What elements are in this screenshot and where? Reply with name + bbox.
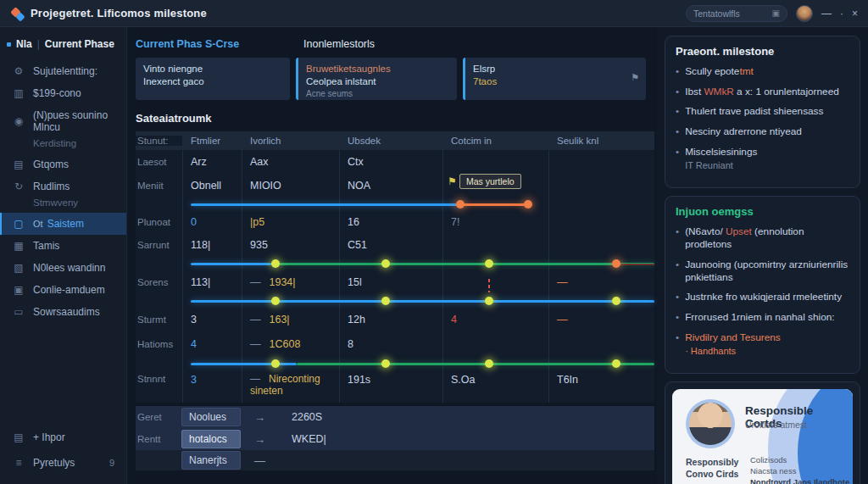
sidebar-item-prefix: Ot xyxy=(33,219,43,229)
document-icon: ▢ xyxy=(12,218,25,230)
responsible-details: Colizisods Niacsta ness Nondtovrd Jaos I… xyxy=(750,455,849,484)
milestone-dot[interactable] xyxy=(271,359,280,368)
table-row[interactable]: Laesot Arz Aax Ctx xyxy=(136,150,654,174)
cell: 3 xyxy=(182,374,242,386)
row-label: Meniit xyxy=(136,181,182,191)
column-header[interactable]: Seulik knl xyxy=(548,136,654,146)
progress-notes-card: Injuon oemgss •(N6avto/ Upset (ennolutio… xyxy=(665,196,860,374)
table-row[interactable]: Hatioms 4 —1C608 8 xyxy=(136,331,654,357)
milestone-dot[interactable] xyxy=(524,200,532,209)
responsible-left-label: Responsibly Convo Cirds xyxy=(686,457,745,480)
card-line: Inexenct gaco xyxy=(143,75,282,88)
tab-current-phase[interactable]: Current Phas S-Crse xyxy=(136,38,303,50)
row-label-header: Stunut: xyxy=(136,136,182,146)
minimize-button[interactable]: — xyxy=(821,8,832,19)
bullet-icon xyxy=(7,42,11,47)
list-item: •Thulert trave padist shieensass xyxy=(676,105,849,118)
stage-chip[interactable]: Nanerjts xyxy=(181,451,241,470)
sidebar-item-routines[interactable]: ↻ Rudlims xyxy=(0,175,126,197)
milestone-dot[interactable] xyxy=(612,297,620,305)
sidebar: Nla | Current Phase ⚙ Sujutelentting: ▥ … xyxy=(0,27,127,484)
column-header[interactable]: Ftmlier xyxy=(182,136,242,146)
sidebar-item-stages[interactable]: ▤ Gtqoms xyxy=(0,153,126,175)
milestone-dot[interactable] xyxy=(381,359,390,368)
refresh-icon: ↻ xyxy=(12,181,25,192)
column-header[interactable]: Ubsdek xyxy=(339,136,442,146)
milestone-dot[interactable] xyxy=(612,259,620,268)
sidebar-item-menu[interactable]: ◉ (N)pues sounino Mlncu xyxy=(0,104,126,138)
summary-card[interactable]: Vinto niengne Inexenct gaco xyxy=(136,58,290,100)
cell: 0 xyxy=(182,216,242,228)
card-line: Acne seums xyxy=(306,88,449,99)
card-title: Praeont. milestone xyxy=(676,45,849,58)
sidebar-item-label: $199-cono xyxy=(33,87,81,99)
window-menu-icon[interactable]: · xyxy=(840,8,843,19)
sidebar-item-label: + Ihpor xyxy=(33,431,65,443)
dash-icon: — xyxy=(242,454,292,467)
sidebar-item-teams[interactable]: ▦ Tamis xyxy=(0,235,126,257)
table-row[interactable]: Stnnnt 3 —Nireconting sineten 191s S.Oa … xyxy=(136,370,654,403)
table-row[interactable]: Rentt hotalocs → WKED| xyxy=(136,428,654,450)
row-label: Geret xyxy=(136,412,180,422)
summary-card[interactable]: Bruwetiketsaugnles Ceolpea inlstant Acne… xyxy=(296,58,457,100)
row-label: Laesot xyxy=(136,157,182,167)
user-avatar[interactable] xyxy=(796,5,813,22)
sidebar-item-sources[interactable]: ▭ Sowrsaaudims xyxy=(0,301,126,323)
sidebar-item-compendium[interactable]: ▣ Conlie-amduem xyxy=(0,279,126,301)
column-header[interactable]: Ivorlich xyxy=(242,136,339,146)
notification-badge: 9 xyxy=(109,458,120,468)
cell: 3 xyxy=(182,314,242,325)
cell: —1934| xyxy=(242,276,339,288)
card-line: Ceolpea inlstant xyxy=(306,75,449,88)
search-input[interactable]: Tentatowlfls ▣ xyxy=(686,5,787,22)
close-button[interactable]: × xyxy=(852,8,858,19)
table-row[interactable]: Meniit Obnell MIOIO NOA xyxy=(136,174,654,197)
cell: Ctx xyxy=(339,156,442,168)
sidebar-item-cost[interactable]: ▥ $199-cono xyxy=(0,82,126,104)
app-title: Projegetret. Lificomos milestone xyxy=(31,7,207,19)
milestone-dot[interactable] xyxy=(485,259,493,268)
responsible-subtitle: Uroitiste atmest xyxy=(745,420,807,430)
column-header[interactable]: Cotcim in xyxy=(442,136,548,146)
list-item: •Justrnke fro wukiqjeraid rmeleetinty xyxy=(676,291,849,303)
table-row[interactable]: Nanerjts — xyxy=(136,450,654,470)
tab-milestones[interactable]: Inonlemlestorls xyxy=(303,38,375,50)
search-value: Tentatowlfls xyxy=(693,8,740,19)
cell: WKED| xyxy=(292,433,654,445)
sidebar-section-label: Nla xyxy=(16,38,32,50)
milestone-dot[interactable] xyxy=(456,200,465,209)
cell: — xyxy=(548,276,654,288)
table-row[interactable]: Plunoat 0 |p5 16 7! xyxy=(136,211,654,233)
responsible-card[interactable]: Responsible Cortds Uroitiste atmest Resp… xyxy=(672,389,853,484)
cell: —163| xyxy=(242,314,339,325)
milestone-dot[interactable] xyxy=(612,359,620,368)
table-row[interactable]: Sarrunt 118| 935 C51 xyxy=(136,233,654,257)
cell: 191s xyxy=(339,374,442,386)
sidebar-item-label: Conlie-amduem xyxy=(33,284,105,296)
sidebar-footer-import[interactable]: ▤ + Ihpor xyxy=(0,425,126,450)
cell: — xyxy=(548,314,654,325)
row-label: Stnnnt xyxy=(136,374,182,384)
cell: MIOIO xyxy=(242,180,339,192)
milestone-dot[interactable] xyxy=(381,297,390,305)
sidebar-footer-preferences[interactable]: ≡ Pyretulys 9 xyxy=(0,450,126,476)
summary-card[interactable]: Elsrp 7taos ⚑ xyxy=(463,58,646,100)
milestone-dot[interactable] xyxy=(485,297,493,305)
table-row[interactable]: Geret Noolues → 2260S xyxy=(136,406,654,428)
stage-chip-selected[interactable]: hotalocs xyxy=(181,430,241,448)
milestone-dot[interactable] xyxy=(271,297,280,305)
responsible-card-wrap: Responsible Cortds Uroitiste atmest Resp… xyxy=(665,381,860,484)
table-row[interactable]: Sorens 113| —1934| 15l — xyxy=(136,270,654,294)
milestone-dot[interactable] xyxy=(381,259,390,268)
row-label: Rentt xyxy=(136,434,180,444)
milestone-dot[interactable] xyxy=(271,259,280,268)
sidebar-item-label: N0lees wandinn xyxy=(33,262,105,274)
table-row[interactable]: Sturmt 3 —163| 12h 4 — xyxy=(136,308,654,331)
sidebar-item-notes[interactable]: ▧ N0lees wandinn xyxy=(0,257,126,279)
cell: NOA xyxy=(339,180,442,192)
milestone-dot[interactable] xyxy=(485,359,493,368)
sidebar-item-system-selected[interactable]: ▢ Ot Saistem xyxy=(0,213,126,235)
sidebar-item-settings[interactable]: ⚙ Sujutelentting: xyxy=(0,60,126,82)
stage-chip[interactable]: Noolues xyxy=(181,408,241,426)
cell: —Nireconting sineten xyxy=(242,374,339,398)
